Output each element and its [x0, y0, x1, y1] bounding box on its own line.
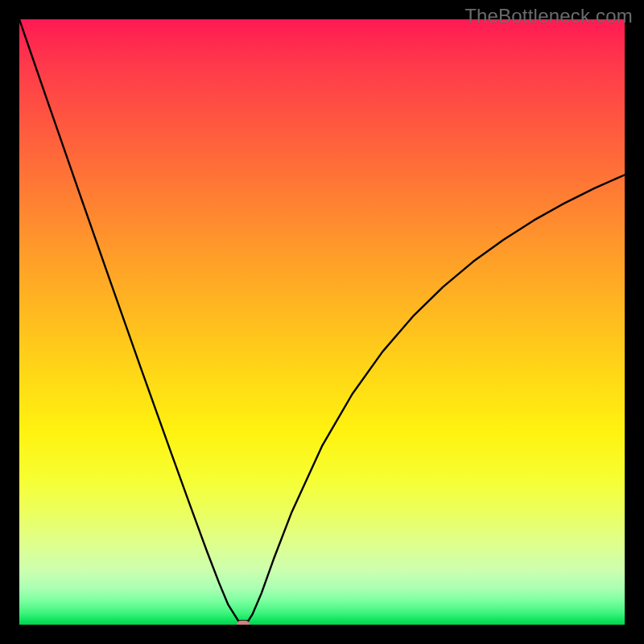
optimum-marker	[237, 621, 250, 625]
plot-area	[19, 19, 625, 625]
chart-frame: TheBottleneck.com	[0, 0, 644, 644]
bottleneck-curve	[19, 19, 625, 625]
watermark-text: TheBottleneck.com	[464, 5, 633, 27]
